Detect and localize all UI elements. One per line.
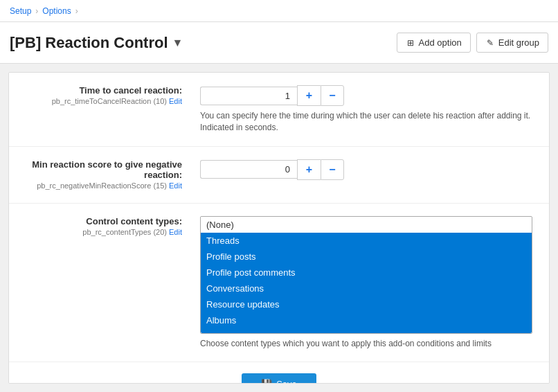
min-score-sublabel-text: pb_rc_negativeMinReactionScore (15) [37,181,167,190]
time-cancel-plus-button[interactable]: + [297,85,321,106]
add-option-button[interactable]: ⊞ Add option [397,33,471,53]
time-cancel-label-col: Time to cancel reaction: pb_rc_timeToCan… [23,85,189,106]
content-types-sublabel: pb_rc_contentTypes (20) Edit [82,228,182,236]
breadcrumb-sep-1: › [35,6,38,16]
min-score-minus-button[interactable]: − [321,159,344,180]
min-score-control: + − [200,159,535,184]
min-score-edit-link[interactable]: Edit [169,181,182,190]
breadcrumb-setup[interactable]: Setup [10,6,31,16]
title-dropdown-icon[interactable]: ▼ [172,37,183,49]
content-types-list-container: (None) Threads Profile posts Profile pos… [200,216,532,334]
content-types-row: Control content types: pb_rc_contentType… [9,204,549,363]
time-cancel-edit-link[interactable]: Edit [169,97,182,105]
add-option-icon: ⊞ [406,38,415,48]
time-cancel-label: Time to cancel reaction: [23,85,182,96]
breadcrumb-bar: Setup › Options › [0,0,558,22]
option-profile-post-comments[interactable]: Profile post comments [201,265,532,280]
option-media[interactable]: Media [201,328,532,333]
breadcrumb-sep-2: › [75,6,78,16]
edit-group-button[interactable]: ✎ Edit group [476,33,548,53]
content-types-label: Control content types: [23,216,182,226]
page-title: [PB] Reaction Control [10,34,168,52]
save-row: 💾 Save [9,362,549,384]
min-score-input-row: + − [200,159,535,180]
option-threads[interactable]: Threads [201,233,532,249]
option-none[interactable]: (None) [201,217,532,233]
content-types-edit-link[interactable]: Edit [169,228,182,236]
save-icon: 💾 [261,379,272,384]
option-conversations[interactable]: Conversations [201,280,532,296]
time-cancel-control: + − You can specify here the time during… [200,85,535,134]
edit-group-label: Edit group [498,37,539,48]
option-profile-posts[interactable]: Profile posts [201,249,532,265]
content-types-control: (None) Threads Profile posts Profile pos… [200,216,535,350]
time-cancel-sublabel: pb_rc_timeToCancelReaction (10) Edit [52,97,182,105]
time-cancel-input[interactable] [200,87,297,105]
content-types-help: Choose content types which you want to a… [200,338,532,350]
min-score-sublabel: pb_rc_negativeMinReactionScore (15) Edit [37,181,182,190]
time-cancel-row: Time to cancel reaction: pb_rc_timeToCan… [9,73,549,147]
content-types-sublabel-text: pb_rc_contentTypes (20) [82,228,167,236]
save-label: Save [276,379,297,384]
edit-group-icon: ✎ [485,38,495,48]
breadcrumb-options[interactable]: Options [42,6,71,16]
option-albums[interactable]: Albums [201,312,532,328]
content-types-select[interactable]: (None) Threads Profile posts Profile pos… [201,217,532,333]
min-score-input[interactable] [200,160,297,179]
time-cancel-sublabel-text: pb_rc_timeToCancelReaction (10) [52,97,167,105]
page-header: [PB] Reaction Control ▼ ⊞ Add option ✎ E… [0,22,558,64]
time-cancel-help: You can specify here the time during whi… [200,110,532,134]
min-score-label: Min reaction score to give negative reac… [23,159,182,180]
option-resource-updates[interactable]: Resource updates [201,296,532,312]
add-option-label: Add option [419,37,462,48]
header-actions: ⊞ Add option ✎ Edit group [397,33,548,53]
time-cancel-input-row: + − [200,85,535,106]
min-score-label-col: Min reaction score to give negative reac… [23,159,189,190]
min-score-row: Min reaction score to give negative reac… [9,147,549,204]
time-cancel-minus-button[interactable]: − [321,85,344,106]
save-button[interactable]: 💾 Save [242,373,316,384]
main-panel: Time to cancel reaction: pb_rc_timeToCan… [8,72,550,384]
min-score-plus-button[interactable]: + [297,159,321,180]
page-title-container: [PB] Reaction Control ▼ [10,34,183,52]
content-types-label-col: Control content types: pb_rc_contentType… [23,216,189,237]
